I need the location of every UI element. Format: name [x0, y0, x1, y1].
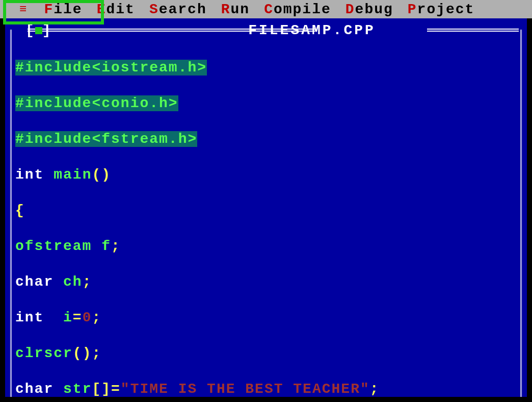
code-editor[interactable]: #include<iostream.h> #include<conio.h> #… [15, 41, 515, 397]
system-menu-icon[interactable]: ≡ [5, 3, 37, 16]
menu-project[interactable]: Project [401, 2, 482, 17]
code-line: int i=0; [15, 309, 515, 326]
code-line: #include<iostream.h> [15, 59, 515, 77]
code-line: int main() [15, 166, 515, 184]
code-line: clrscr(); [15, 344, 515, 362]
menu-compile[interactable]: Compile [257, 2, 338, 17]
code-line: ofstream f; [15, 237, 515, 255]
editor-window: [] FILESAMP.CPP #include<iostream.h> #in… [5, 18, 527, 397]
menu-file[interactable]: File [37, 2, 89, 17]
code-line: { [15, 202, 515, 219]
code-line: char ch; [15, 273, 515, 291]
window-title: FILESAMP.CPP [248, 22, 376, 38]
code-line: char str[]="TIME IS THE BEST TEACHER"; [15, 380, 515, 398]
menubar: ≡ File Edit Search Run Compile Debug Pro… [0, 0, 532, 18]
menu-debug[interactable]: Debug [338, 2, 401, 17]
menu-search[interactable]: Search [142, 2, 214, 17]
menu-edit[interactable]: Edit [90, 2, 142, 17]
window-close-control[interactable]: [] [25, 22, 52, 38]
code-line: #include<fstream.h> [15, 130, 515, 148]
code-line: #include<conio.h> [15, 94, 515, 112]
menu-run[interactable]: Run [214, 2, 257, 17]
close-icon [35, 27, 42, 34]
